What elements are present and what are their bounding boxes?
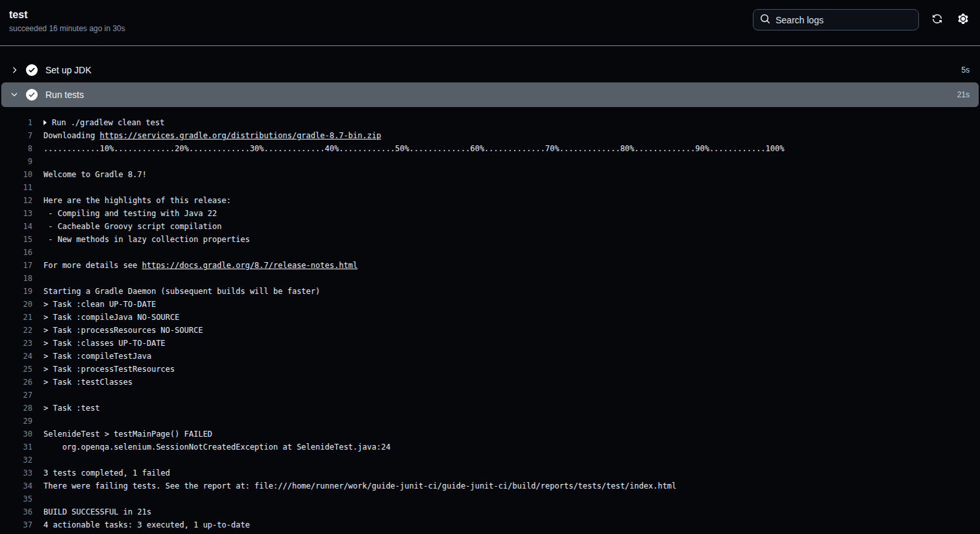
step-row-set-up-jdk[interactable]: Set up JDK 5s bbox=[0, 58, 980, 82]
log-line-text: Starting a Gradle Daemon (subsequent bui… bbox=[43, 285, 320, 298]
log-line: 30SelenideTest > testMainPage() FAILED bbox=[0, 428, 980, 441]
log-line-number[interactable]: 16 bbox=[0, 246, 32, 259]
log-line: 22> Task :processResources NO-SOURCE bbox=[0, 324, 980, 337]
log-line: 35 bbox=[0, 492, 980, 505]
log-line-number[interactable]: 17 bbox=[0, 259, 32, 272]
log-line-number[interactable]: 11 bbox=[0, 181, 32, 194]
log-line-text: SelenideTest > testMainPage() FAILED bbox=[43, 428, 212, 441]
log-line: 9 bbox=[0, 155, 980, 168]
log-line-text: - Compiling and testing with Java 22 bbox=[43, 207, 217, 220]
log-line-number[interactable]: 9 bbox=[0, 155, 32, 168]
log-line-text: ............10%.............20%.........… bbox=[43, 142, 785, 155]
log-line-number[interactable]: 35 bbox=[0, 492, 32, 505]
log-line-text: > Task :clean UP-TO-DATE bbox=[43, 298, 156, 311]
log-line-text: Welcome to Gradle 8.7! bbox=[43, 168, 147, 181]
search-logs-box[interactable] bbox=[753, 9, 919, 30]
search-icon bbox=[760, 14, 770, 27]
log-line-number[interactable]: 21 bbox=[0, 311, 32, 324]
log-line-number[interactable]: 24 bbox=[0, 350, 32, 363]
log-line-number[interactable]: 18 bbox=[0, 272, 32, 285]
log-line: 17For more details see https://docs.grad… bbox=[0, 259, 980, 272]
log-line-number[interactable]: 15 bbox=[0, 233, 32, 246]
log-line: 32 bbox=[0, 454, 980, 467]
log-line-text: Downloading https://services.gradle.org/… bbox=[43, 129, 381, 142]
gear-icon bbox=[958, 14, 968, 26]
job-header-info: test succeeded 16 minutes ago in 30s bbox=[9, 8, 125, 33]
check-circle-icon bbox=[26, 89, 38, 101]
log-line: 16 bbox=[0, 246, 980, 259]
log-line-number[interactable]: 14 bbox=[0, 220, 32, 233]
step-duration: 21s bbox=[957, 90, 970, 99]
log-line-text: Run ./gradlew clean test bbox=[43, 116, 164, 129]
log-line-number[interactable]: 26 bbox=[0, 376, 32, 389]
log-line-text: For more details see https://docs.gradle… bbox=[43, 259, 358, 272]
log-line-number[interactable]: 31 bbox=[0, 441, 32, 454]
chevron-down-icon bbox=[9, 90, 19, 100]
log-line: 20> Task :clean UP-TO-DATE bbox=[0, 298, 980, 311]
log-line-number[interactable]: 10 bbox=[0, 168, 32, 181]
log-group-toggle-icon[interactable] bbox=[43, 120, 47, 125]
step-duration: 5s bbox=[961, 66, 970, 75]
log-line-text: > Task :testClasses bbox=[43, 376, 132, 389]
log-line-text: > Task :processResources NO-SOURCE bbox=[43, 324, 203, 337]
log-line-number[interactable]: 25 bbox=[0, 363, 32, 376]
log-link[interactable]: https://docs.gradle.org/8.7/release-note… bbox=[142, 261, 358, 270]
log-line-number[interactable]: 7 bbox=[0, 129, 32, 142]
log-line-number[interactable]: 33 bbox=[0, 467, 32, 479]
log-line: 24> Task :compileTestJava bbox=[0, 350, 980, 363]
log-line: 12Here are the highlights of this releas… bbox=[0, 194, 980, 207]
log-line-number[interactable]: 32 bbox=[0, 454, 32, 467]
log-line-number[interactable]: 34 bbox=[0, 479, 32, 492]
log-settings-button[interactable] bbox=[955, 12, 971, 28]
log-line: 36BUILD SUCCESSFUL in 21s bbox=[0, 505, 980, 518]
job-status-summary: succeeded 16 minutes ago in 30s bbox=[9, 24, 125, 33]
log-line-text: BUILD SUCCESSFUL in 21s bbox=[43, 505, 151, 518]
log-line: 34There were failing tests. See the repo… bbox=[0, 479, 980, 492]
log-line-text: - Cacheable Groovy script compilation bbox=[43, 220, 222, 233]
log-line-number[interactable]: 8 bbox=[0, 142, 32, 155]
log-line-text: org.openqa.selenium.SessionNotCreatedExc… bbox=[43, 441, 391, 454]
log-line-number[interactable]: 12 bbox=[0, 194, 32, 207]
log-line-number[interactable]: 30 bbox=[0, 428, 32, 441]
job-header: test succeeded 16 minutes ago in 30s bbox=[0, 0, 980, 46]
log-line-number[interactable]: 23 bbox=[0, 337, 32, 350]
log-line: 26> Task :testClasses bbox=[0, 376, 980, 389]
log-lines: 1Run ./gradlew clean test7Downloading ht… bbox=[0, 107, 980, 531]
workflow-log-page: { "colors": { "page_background": "#05070… bbox=[0, 0, 980, 534]
log-line-number[interactable]: 27 bbox=[0, 389, 32, 402]
log-line: 8............10%.............20%........… bbox=[0, 142, 980, 155]
log-line-number[interactable]: 22 bbox=[0, 324, 32, 337]
log-line: 11 bbox=[0, 181, 980, 194]
log-link[interactable]: https://services.gradle.org/distribution… bbox=[100, 131, 381, 140]
log-line-number[interactable]: 28 bbox=[0, 402, 32, 415]
log-line-number[interactable]: 13 bbox=[0, 207, 32, 220]
log-line: 333 tests completed, 1 failed bbox=[0, 467, 980, 479]
refresh-logs-button[interactable] bbox=[929, 12, 945, 28]
log-line-number[interactable]: 36 bbox=[0, 505, 32, 518]
log-line: 1Run ./gradlew clean test bbox=[0, 116, 980, 129]
steps-list: Set up JDK 5s Run tests 21s bbox=[0, 58, 980, 107]
log-line-number[interactable]: 20 bbox=[0, 298, 32, 311]
log-line-text: > Task :test bbox=[43, 402, 100, 415]
log-line: 21> Task :compileJava NO-SOURCE bbox=[0, 311, 980, 324]
log-line-number[interactable]: 37 bbox=[0, 518, 32, 531]
log-line-number[interactable]: 19 bbox=[0, 285, 32, 298]
log-line-text: - New methods in lazy collection propert… bbox=[43, 233, 250, 246]
log-line: 23> Task :classes UP-TO-DATE bbox=[0, 337, 980, 350]
log-line: 7Downloading https://services.gradle.org… bbox=[0, 129, 980, 142]
search-logs-input[interactable] bbox=[776, 15, 912, 25]
step-row-run-tests[interactable]: Run tests 21s bbox=[1, 82, 979, 107]
log-line: 28> Task :test bbox=[0, 402, 980, 415]
step-label: Run tests bbox=[45, 90, 84, 100]
log-line-text: > Task :compileJava NO-SOURCE bbox=[43, 311, 180, 324]
check-circle-icon bbox=[26, 64, 38, 76]
log-line: 13 - Compiling and testing with Java 22 bbox=[0, 207, 980, 220]
log-line-number[interactable]: 29 bbox=[0, 415, 32, 428]
log-line-text: Here are the highlights of this release: bbox=[43, 194, 231, 207]
chevron-right-icon bbox=[9, 65, 19, 75]
log-line: 10Welcome to Gradle 8.7! bbox=[0, 168, 980, 181]
job-header-actions bbox=[753, 8, 971, 30]
sync-icon bbox=[932, 14, 942, 26]
log-line-number[interactable]: 1 bbox=[0, 116, 32, 129]
log-line: 27 bbox=[0, 389, 980, 402]
